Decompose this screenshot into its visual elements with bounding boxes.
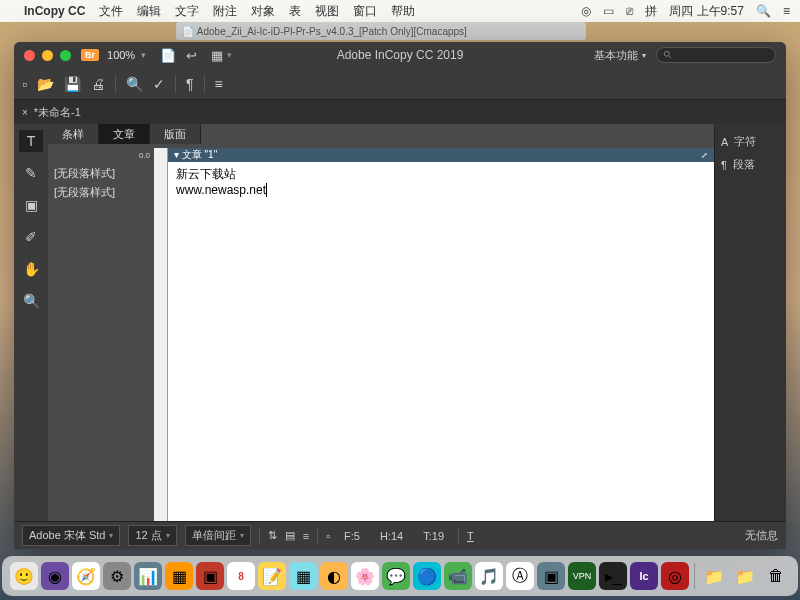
stat-f: F:5 (338, 530, 366, 542)
menu-window[interactable]: 窗口 (353, 3, 377, 20)
dock-itunes-icon[interactable]: 🎵 (475, 562, 503, 590)
character-panel[interactable]: A字符 (719, 130, 782, 153)
menu-view[interactable]: 视图 (315, 3, 339, 20)
text-cursor (266, 183, 267, 197)
text-line: www.newasp.net (176, 182, 706, 198)
dock-terminal-icon[interactable]: ▸_ (599, 562, 627, 590)
menu-edit[interactable]: 编辑 (137, 3, 161, 20)
paragraph-panel[interactable]: ¶段落 (719, 153, 782, 176)
search-icon[interactable]: 🔍 (756, 4, 771, 18)
center-column: 条样 文章 版面 0.0 [无段落样式] [无段落样式] ▾ 文章 "1" ⤢ (48, 124, 714, 521)
minimize-button[interactable] (42, 50, 53, 61)
dock-separator (694, 563, 695, 589)
type-tool[interactable]: T (19, 130, 43, 152)
leading-selector[interactable]: 单倍间距▾ (185, 525, 251, 546)
menu-file[interactable]: 文件 (99, 3, 123, 20)
expand-icon[interactable]: ⤢ (701, 151, 708, 160)
traffic-lights (24, 50, 71, 61)
story-header[interactable]: ▾ 文章 "1" ⤢ (168, 148, 714, 162)
zoom-tool[interactable]: 🔍 (19, 290, 43, 312)
note-tool[interactable]: ✎ (19, 162, 43, 184)
menu-notes[interactable]: 附注 (213, 3, 237, 20)
dock-app-icon[interactable]: ▦ (289, 562, 317, 590)
dock-app-icon[interactable]: 🔵 (413, 562, 441, 590)
collapse-icon[interactable]: ▾ (174, 149, 179, 160)
maximize-button[interactable] (60, 50, 71, 61)
search-input[interactable] (656, 47, 776, 63)
dock-activity-icon[interactable]: 📊 (134, 562, 162, 590)
datetime[interactable]: 周四 上午9:57 (669, 3, 744, 20)
find-icon[interactable]: 🔍 (126, 76, 143, 92)
dock-app-icon[interactable]: ◐ (320, 562, 348, 590)
close-icon[interactable]: × (22, 107, 28, 118)
eyedropper-tool[interactable]: ✐ (19, 226, 43, 248)
dock-app-icon[interactable]: ▣ (537, 562, 565, 590)
app-name[interactable]: InCopy CC (24, 4, 85, 18)
battery-icon[interactable]: ▭ (603, 4, 614, 18)
dock-photos-icon[interactable]: 🌸 (351, 562, 379, 590)
dock-appstore-icon[interactable]: Ⓐ (506, 562, 534, 590)
spell-icon[interactable]: ✓ (153, 76, 165, 92)
dock-app-icon[interactable]: ▣ (196, 562, 224, 590)
document-tabs: × *未命名-1 (14, 100, 786, 124)
workspace-switcher[interactable]: 基本功能 ▾ (594, 48, 646, 63)
dock-app-icon[interactable]: ▦ (165, 562, 193, 590)
menu-help[interactable]: 帮助 (391, 3, 415, 20)
dock-messages-icon[interactable]: 💬 (382, 562, 410, 590)
text-editor[interactable]: 新云下载站 www.newasp.net (168, 162, 714, 521)
size-selector[interactable]: 12 点▾ (128, 525, 176, 546)
dock-settings-icon[interactable]: ⚙ (103, 562, 131, 590)
finder-window-tab[interactable]: 📄 Adobe_Zii_Ai-Ic-iD-Pl-Pr-Ps_v4.0.3_[Pa… (176, 22, 586, 40)
dock-calendar-icon[interactable]: 8 (227, 562, 255, 590)
dock-safari-icon[interactable]: 🧭 (72, 562, 100, 590)
dock-trash-icon[interactable]: 🗑 (762, 562, 790, 590)
svg-line-1 (669, 56, 672, 59)
layout-icon[interactable]: ▦ (211, 48, 223, 63)
bridge-badge[interactable]: Br (81, 49, 99, 61)
menu-object[interactable]: 对象 (251, 3, 275, 20)
leading-value: 单倍间距 (192, 528, 236, 543)
save-icon[interactable]: 💾 (64, 76, 81, 92)
dock-incopy-icon[interactable]: Ic (630, 562, 658, 590)
ime-icon[interactable]: 拼 (645, 3, 657, 20)
page-icon[interactable]: ▫ (326, 530, 330, 542)
hand-tool[interactable]: ✋ (19, 258, 43, 280)
dock-siri-icon[interactable]: ◉ (41, 562, 69, 590)
open-icon[interactable]: 📂 (37, 76, 54, 92)
align-icon[interactable]: ⇅ (268, 529, 277, 542)
dock-vpn-icon[interactable]: VPN (568, 562, 596, 590)
control-icon[interactable]: ⎚ (626, 4, 633, 18)
menu-icon[interactable]: ≡ (215, 76, 223, 92)
dock-notes-icon[interactable]: 📝 (258, 562, 286, 590)
print-icon[interactable]: 🖨 (91, 76, 105, 92)
dock-folder-icon[interactable]: 📁 (700, 562, 728, 590)
menu-table[interactable]: 表 (289, 3, 301, 20)
zoom-level[interactable]: 100% (107, 49, 135, 61)
ruler-origin: 0.0 (48, 148, 154, 164)
dock-cc-icon[interactable]: ◎ (661, 562, 689, 590)
back-icon[interactable]: ↩ (186, 48, 197, 63)
position-tool[interactable]: ▣ (19, 194, 43, 216)
columns-icon[interactable]: ▤ (285, 529, 295, 542)
document-tab[interactable]: × *未命名-1 (22, 105, 81, 120)
cc-icon[interactable]: ◎ (581, 4, 591, 18)
notes-icon[interactable]: 📄 (160, 48, 176, 63)
chevron-down-icon[interactable]: ▾ (227, 50, 232, 60)
tab-layout[interactable]: 版面 (150, 124, 201, 144)
style-row[interactable]: [无段落样式] (48, 183, 154, 202)
text-icon[interactable]: ≡ (303, 530, 309, 542)
tab-galley[interactable]: 条样 (48, 124, 99, 144)
style-row[interactable]: [无段落样式] (48, 164, 154, 183)
zoom-dropdown[interactable]: ▾ (141, 50, 146, 60)
dock-facetime-icon[interactable]: 📹 (444, 562, 472, 590)
close-button[interactable] (24, 50, 35, 61)
dock-folder-icon[interactable]: 📁 (731, 562, 759, 590)
siri-icon[interactable]: ≡ (783, 4, 790, 18)
new-doc-icon[interactable]: ▫ (22, 76, 27, 92)
font-selector[interactable]: Adobe 宋体 Std▾ (22, 525, 120, 546)
pilcrow-icon[interactable]: ¶ (186, 76, 194, 92)
type-icon[interactable]: T (467, 530, 474, 542)
menu-type[interactable]: 文字 (175, 3, 199, 20)
dock-finder-icon[interactable]: 🙂 (10, 562, 38, 590)
tab-story[interactable]: 文章 (99, 124, 150, 144)
